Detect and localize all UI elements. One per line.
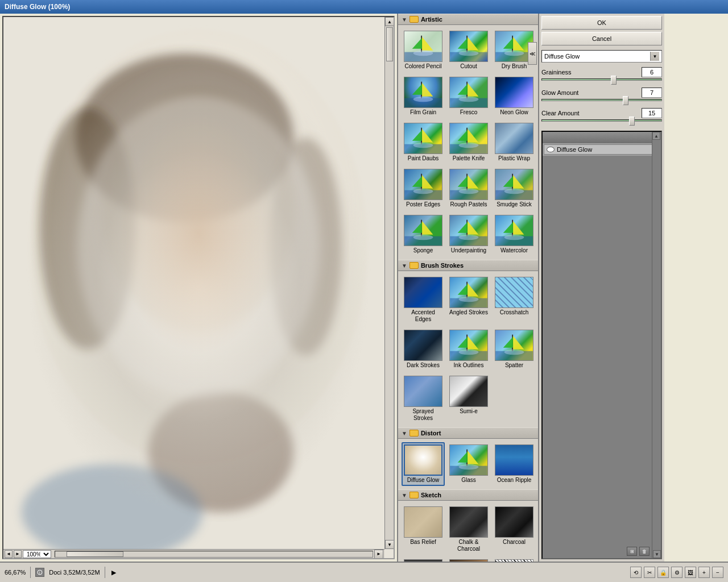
filter-item-crosshatch[interactable]: Crosshatch <box>493 275 536 325</box>
effects-panel-scroll-up[interactable]: ▲ <box>652 132 660 140</box>
filter-item-ocean-ripple[interactable]: Ocean Ripple <box>493 442 536 486</box>
filter-thumb-palette-knife <box>449 123 488 154</box>
status-btn-2[interactable]: ✂ <box>644 567 655 578</box>
filter-item-rough-pastels[interactable]: Rough Pastels <box>447 167 490 210</box>
filter-item-accented-edges[interactable]: Accented Edges <box>402 275 445 325</box>
graininess-track[interactable] <box>541 78 662 81</box>
ok-button[interactable]: OK <box>541 16 662 30</box>
main-container: ▲ ▼ ◄ ► 100% 50% 200% ► ▼ Artistic <box>0 14 728 562</box>
svg-marker-26 <box>422 83 433 97</box>
graininess-thumb[interactable] <box>611 76 617 85</box>
effects-panel-scroll-down[interactable]: ▼ <box>653 550 661 558</box>
filter-item-diffuse-glow[interactable]: Diffuse Glow <box>402 442 445 486</box>
glow-amount-value[interactable]: 7 <box>642 88 662 98</box>
filter-thumb-rough-pastels <box>449 169 488 200</box>
canvas-vscrollbar: ▲ ▼ <box>384 17 394 549</box>
status-info-icon[interactable]: i <box>35 568 44 577</box>
filter-grid-distort: Diffuse Glow Glass Ocean Ripple <box>398 439 538 489</box>
filter-item-plastic-wrap[interactable]: Plastic Wrap <box>493 120 536 164</box>
filter-item-colored-pencil[interactable]: Colored Pencil <box>402 28 445 72</box>
filter-item-ink-outlines[interactable]: Ink Outlines <box>447 327 490 371</box>
filter-item-sumi-e[interactable]: Sumi-e <box>447 373 490 424</box>
canvas-vscroll-down[interactable]: ▼ <box>385 540 394 549</box>
clear-amount-value[interactable]: 15 <box>642 108 662 118</box>
status-btn-4[interactable]: ⚙ <box>671 567 682 578</box>
clear-amount-track[interactable] <box>541 119 662 122</box>
filter-thumb-conte-crayon <box>449 559 488 562</box>
clear-amount-thumb[interactable] <box>629 117 635 126</box>
filter-item-smudge-stick[interactable]: Smudge Stick <box>493 167 536 210</box>
filter-item-poster-edges[interactable]: Poster Edges <box>402 167 445 210</box>
graininess-value[interactable]: 6 <box>642 67 662 77</box>
canvas-vscroll-thumb[interactable] <box>386 27 393 61</box>
canvas-zoom-prev[interactable]: ◄ <box>5 550 13 558</box>
svg-marker-81 <box>468 336 478 350</box>
cancel-button[interactable]: Cancel <box>541 32 662 45</box>
filter-item-sprayed-strokes[interactable]: Sprayed Strokes <box>402 373 445 424</box>
filter-label-accented-edges: Accented Edges <box>404 309 442 323</box>
svg-marker-27 <box>412 84 422 95</box>
svg-marker-22 <box>503 38 513 49</box>
canvas-zoom-select[interactable]: 100% 50% 200% <box>23 550 51 558</box>
canvas-zoom-next[interactable]: ► <box>14 550 22 558</box>
filter-item-cutout[interactable]: Cutout <box>447 28 490 72</box>
effects-item[interactable]: Diffuse Glow <box>544 144 660 155</box>
filter-item-underpainting[interactable]: Underpainting <box>447 213 490 256</box>
filter-select[interactable]: Diffuse Glow ▼ <box>541 50 662 63</box>
category-header-artistic[interactable]: ▼ Artistic <box>398 14 538 25</box>
filter-item-watercolor[interactable]: Watercolor <box>493 213 536 256</box>
effects-item-label: Diffuse Glow <box>557 146 592 153</box>
status-btn-3[interactable]: 🔒 <box>657 567 669 578</box>
filter-thumb-paint-daubs <box>404 123 442 154</box>
status-btn-1[interactable]: ⟲ <box>630 567 642 578</box>
status-arrow[interactable]: ▶ <box>110 568 118 576</box>
filter-item-paint-daubs[interactable]: Paint Daubs <box>402 120 445 164</box>
category-label-brush-strokes: Brush Strokes <box>421 262 464 269</box>
filter-item-chrome[interactable]: Chrome <box>402 557 445 562</box>
effects-delete-btn[interactable]: 🗑 <box>639 547 650 556</box>
filter-label-watercolor: Watercolor <box>500 247 528 254</box>
status-right-icons: ⟲ ✂ 🔒 ⚙ 🖼 + − <box>630 567 723 578</box>
filter-item-chalk-charcoal[interactable]: Chalk & Charcoal <box>447 504 490 555</box>
svg-marker-82 <box>458 337 468 348</box>
effects-new-btn[interactable]: ⊞ <box>627 547 637 556</box>
svg-point-73 <box>504 235 524 240</box>
panel-collapse-button[interactable]: ≪ <box>528 42 537 65</box>
filter-select-arrow[interactable]: ▼ <box>650 52 659 61</box>
filter-item-angled-strokes[interactable]: Angled Strokes <box>447 275 490 325</box>
filter-item-charcoal[interactable]: Charcoal <box>493 504 536 555</box>
status-btn-5[interactable]: 🖼 <box>685 567 696 578</box>
svg-marker-92 <box>458 452 468 463</box>
filter-item-neon-glow[interactable]: Neon Glow <box>493 74 536 118</box>
filter-label-cutout: Cutout <box>460 63 477 70</box>
svg-marker-16 <box>468 37 478 51</box>
filter-thumb-poster-edges <box>404 169 442 200</box>
canvas-hscroll-right[interactable]: ► <box>374 550 383 559</box>
filter-label-glass: Glass <box>461 477 476 484</box>
filter-item-sponge[interactable]: Sponge <box>402 213 445 256</box>
filter-item-graphic-pen[interactable]: Graphic Pen <box>493 557 536 562</box>
filter-item-conte-crayon[interactable]: Conté Crayon <box>447 557 490 562</box>
category-header-sketch[interactable]: ▼ Sketch <box>398 489 538 501</box>
canvas-vscroll-up[interactable]: ▲ <box>385 17 394 26</box>
status-btn-7[interactable]: − <box>712 567 723 578</box>
filter-label-spatter: Spatter <box>505 362 523 369</box>
category-header-brush-strokes[interactable]: ▼ Brush Strokes <box>398 260 538 271</box>
filter-item-film-grain[interactable]: Film Grain <box>402 74 445 118</box>
category-header-distort[interactable]: ▼ Distort <box>398 427 538 439</box>
filter-item-bas-relief[interactable]: Bas Relief <box>402 504 445 555</box>
filter-item-spatter[interactable]: Spatter <box>493 327 536 371</box>
filter-item-palette-knife[interactable]: Palette Knife <box>447 120 490 164</box>
filter-item-glass[interactable]: Glass <box>447 442 490 486</box>
glow-amount-track[interactable] <box>541 99 662 101</box>
svg-point-28 <box>413 97 433 102</box>
visibility-icon[interactable] <box>547 147 555 152</box>
glow-amount-thumb[interactable] <box>623 96 628 105</box>
title-bar: Diffuse Glow (100%) <box>0 0 728 14</box>
filter-item-dark-strokes[interactable]: Dark Strokes <box>402 327 445 371</box>
svg-text:i: i <box>39 571 40 575</box>
filter-label-plastic-wrap: Plastic Wrap <box>498 155 530 162</box>
status-btn-6[interactable]: + <box>698 567 710 578</box>
filter-thumb-crosshatch <box>495 277 533 308</box>
filter-item-fresco[interactable]: Fresco <box>447 74 490 118</box>
